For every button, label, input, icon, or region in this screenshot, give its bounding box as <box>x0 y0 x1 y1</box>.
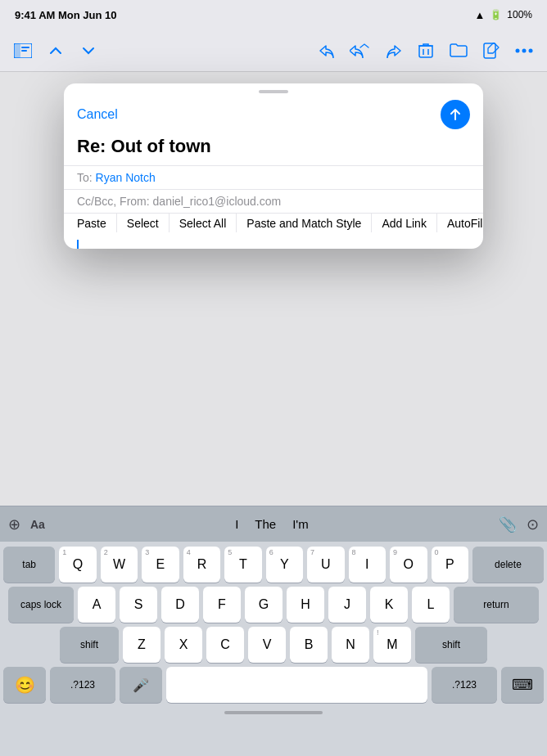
svg-rect-8 <box>484 43 495 58</box>
key-k[interactable]: K <box>370 587 408 623</box>
key-c[interactable]: C <box>206 627 244 663</box>
numbers-left-key[interactable]: .?123 <box>50 667 115 703</box>
send-button[interactable] <box>441 100 470 129</box>
text-size-icon[interactable]: Aa <box>30 518 45 531</box>
subject-field: Re: Out of town <box>64 136 483 165</box>
tab-key[interactable]: tab <box>3 547 55 583</box>
add-link-button[interactable]: Add Link <box>372 214 436 232</box>
toolbar-left <box>10 38 102 64</box>
home-indicator <box>224 711 323 714</box>
shift-left-key[interactable]: shift <box>60 627 119 663</box>
key-a[interactable]: A <box>78 587 115 623</box>
return-key[interactable]: return <box>454 587 539 623</box>
status-bar: 9:41 AM Mon Jun 10 ▲ 🔋 100% <box>0 0 547 29</box>
sidebar-icon[interactable] <box>10 38 36 64</box>
key-t[interactable]: 5T <box>224 547 261 583</box>
chevron-up-icon[interactable] <box>43 38 69 64</box>
key-g[interactable]: G <box>245 587 283 623</box>
key-h[interactable]: H <box>287 587 324 623</box>
reply-icon[interactable] <box>314 38 341 64</box>
key-n[interactable]: N <box>332 627 369 663</box>
modal-header: Cancel <box>64 97 483 136</box>
caps-lock-key[interactable]: caps lock <box>8 587 74 623</box>
svg-rect-3 <box>21 50 27 52</box>
paste-button[interactable]: Paste <box>67 214 117 232</box>
suggestion-i[interactable]: I <box>235 517 238 531</box>
key-r[interactable]: 4R <box>183 547 220 583</box>
subject-text: Re: Out of town <box>77 136 470 157</box>
keyboard-row-1: tab 1Q 2W 3E 4R 5T 6Y 7U 8I 9O 0P delete <box>3 547 544 583</box>
cancel-button[interactable]: Cancel <box>77 107 118 122</box>
chevron-down-icon[interactable] <box>75 38 102 64</box>
mail-body[interactable]: Sent from my iPad On Jun 5, 2024, at 11:… <box>64 232 483 249</box>
keyboard-toolbar: ⊕ Aa I The I'm 📎 ⊙ <box>0 506 547 542</box>
keyboard: tab 1Q 2W 3E 4R 5T 6Y 7U 8I 9O 0P delete… <box>0 542 547 708</box>
key-f[interactable]: F <box>203 587 241 623</box>
keyboard-row-3: shift Z X C V B N !M shift <box>3 627 544 663</box>
keyboard-row-bottom: 😊 .?123 🎤 .?123 ⌨ <box>3 667 544 703</box>
mic-key[interactable]: 🎤 <box>120 667 162 703</box>
svg-point-11 <box>529 48 533 52</box>
suggestion-im[interactable]: I'm <box>292 517 309 531</box>
key-b[interactable]: B <box>290 627 328 663</box>
to-value[interactable]: Ryan Notch <box>96 171 156 184</box>
autofill-button[interactable]: AutoFill <box>437 214 483 232</box>
status-time: 9:41 AM Mon Jun 10 <box>15 9 117 21</box>
key-v[interactable]: V <box>248 627 286 663</box>
svg-rect-4 <box>419 46 432 57</box>
key-d[interactable]: D <box>161 587 199 623</box>
svg-rect-0 <box>14 43 20 58</box>
key-x[interactable]: X <box>165 627 202 663</box>
key-s[interactable]: S <box>120 587 157 623</box>
suggestion-the[interactable]: The <box>255 517 276 531</box>
key-m[interactable]: !M <box>373 627 411 663</box>
folder-icon[interactable] <box>445 38 472 64</box>
delete-key[interactable]: delete <box>472 547 544 583</box>
key-w[interactable]: 2W <box>101 547 138 583</box>
numbers-right-key[interactable]: .?123 <box>432 667 497 703</box>
compose-icon[interactable] <box>478 38 504 64</box>
key-e[interactable]: 3E <box>142 547 179 583</box>
toolbar-right <box>314 38 537 64</box>
trash-icon[interactable] <box>413 38 439 64</box>
more-icon[interactable] <box>511 38 537 64</box>
to-field: To: Ryan Notch <box>64 165 483 189</box>
key-y[interactable]: 6Y <box>266 547 303 583</box>
paste-match-style-button[interactable]: Paste and Match Style <box>237 214 372 232</box>
emoji-key[interactable]: 😊 <box>3 667 46 703</box>
key-z[interactable]: Z <box>123 627 160 663</box>
key-p[interactable]: 0P <box>432 547 468 583</box>
keyboard-area: ⊕ Aa I The I'm 📎 ⊙ tab 1Q 2W 3E 4R 5T 6Y… <box>0 506 547 756</box>
key-o[interactable]: 9O <box>390 547 427 583</box>
forward-icon[interactable] <box>380 38 406 64</box>
dictation-icon[interactable]: ⊙ <box>527 515 539 533</box>
drag-handle-bar <box>259 90 288 93</box>
space-key[interactable] <box>166 667 427 703</box>
mail-modal: Cancel Re: Out of town To: Ryan Notch Cc… <box>64 83 483 249</box>
drag-handle <box>64 83 483 97</box>
select-all-button[interactable]: Select All <box>170 214 237 232</box>
format-icon[interactable]: ⊕ <box>8 515 20 533</box>
reply-all-icon[interactable] <box>347 38 373 64</box>
key-i[interactable]: 8I <box>349 547 386 583</box>
cc-field: Cc/Bcc, From: daniel_rico1@icloud.com <box>64 189 483 213</box>
select-button[interactable]: Select <box>117 214 170 232</box>
attachment-icon[interactable]: 📎 <box>499 515 517 533</box>
toolbar <box>0 29 547 72</box>
kb-toolbar-center: I The I'm <box>45 517 499 531</box>
keyboard-dismiss-key[interactable]: ⌨ <box>501 667 544 703</box>
status-icons: ▲ 🔋 100% <box>474 9 532 21</box>
to-label: To: <box>77 171 93 184</box>
battery-icon: 🔋 <box>490 9 502 20</box>
key-l[interactable]: L <box>412 587 450 623</box>
kb-toolbar-right: 📎 ⊙ <box>499 515 539 533</box>
shift-right-key[interactable]: shift <box>415 627 487 663</box>
cc-label: Cc/Bcc, From: <box>77 195 150 208</box>
battery-percent: 100% <box>507 9 532 20</box>
key-q[interactable]: 1Q <box>59 547 96 583</box>
key-u[interactable]: 7U <box>307 547 344 583</box>
svg-rect-2 <box>21 47 29 48</box>
key-j[interactable]: J <box>328 587 366 623</box>
svg-point-9 <box>516 48 520 52</box>
cursor <box>77 239 470 249</box>
